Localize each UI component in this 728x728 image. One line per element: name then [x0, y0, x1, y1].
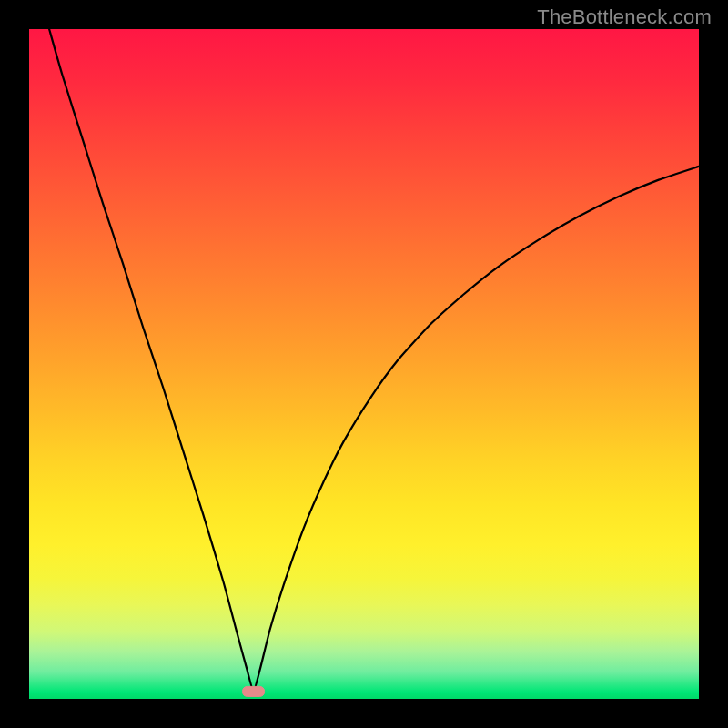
chart-svg	[29, 29, 699, 699]
bottleneck-curve	[49, 29, 699, 691]
optimal-marker	[243, 686, 265, 696]
plot-area	[29, 29, 699, 699]
watermark-text: TheBottleneck.com	[537, 5, 712, 29]
